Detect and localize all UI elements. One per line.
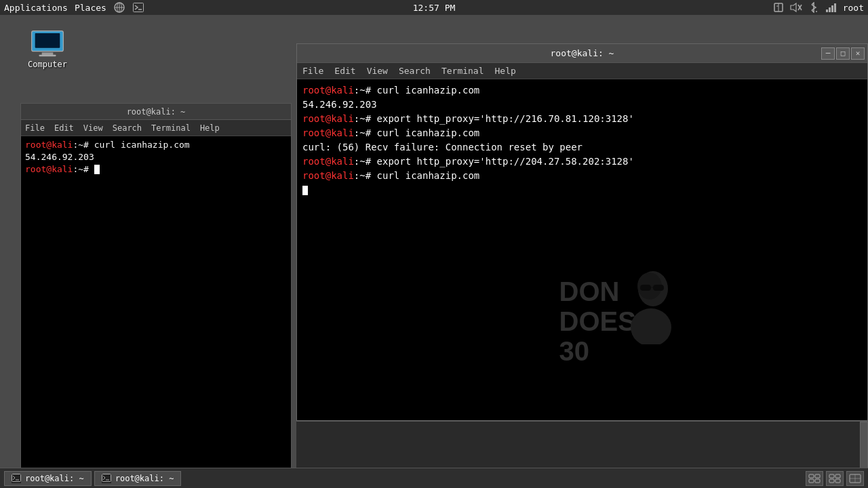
svg-rect-36 bbox=[835, 474, 840, 478]
menu-edit-bg[interactable]: Edit bbox=[54, 123, 74, 133]
svg-rect-23 bbox=[640, 285, 651, 291]
svg-rect-18 bbox=[35, 33, 60, 48]
fg-line-3: root@kali:~# export http_proxy='http://2… bbox=[302, 112, 862, 126]
fg-cursor-line bbox=[302, 183, 862, 197]
desktop: Computer root@kali: ~ File Edit View Sea… bbox=[0, 15, 868, 488]
svg-point-26 bbox=[631, 308, 671, 344]
fg-line-5: curl: (56) Recv failure: Connection rese… bbox=[302, 140, 862, 155]
svg-rect-37 bbox=[829, 479, 834, 483]
top-right-tray: root bbox=[772, 1, 864, 14]
svg-rect-32 bbox=[815, 474, 820, 478]
svg-rect-13 bbox=[826, 9, 828, 12]
window-controls: ─ □ ✕ bbox=[821, 47, 865, 60]
bg-line-3: root@kali:~# bbox=[25, 163, 287, 176]
signal-icon bbox=[825, 1, 837, 14]
fg-line-6: root@kali:~# export http_proxy='http://2… bbox=[302, 155, 862, 169]
menu-view-fg[interactable]: View bbox=[367, 66, 388, 76]
computer-label: Computer bbox=[28, 60, 67, 69]
svg-marker-9 bbox=[791, 3, 796, 12]
watermark-face bbox=[616, 270, 677, 344]
package-icon bbox=[772, 1, 785, 14]
svg-rect-33 bbox=[809, 479, 814, 483]
fg-line-2: 54.246.92.203 bbox=[302, 98, 862, 112]
svg-rect-27 bbox=[12, 474, 21, 481]
minimize-button[interactable]: ─ bbox=[821, 47, 835, 60]
menu-terminal-fg[interactable]: Terminal bbox=[441, 66, 484, 76]
places-menu[interactable]: Places bbox=[75, 3, 106, 13]
svg-rect-24 bbox=[653, 285, 664, 291]
terminal-fg-body[interactable]: root@kali:~# curl icanhazip.com 54.246.9… bbox=[297, 79, 867, 420]
terminal-bg-titlebar: root@kali: ~ bbox=[21, 104, 291, 120]
menu-file-bg[interactable]: File bbox=[25, 123, 45, 133]
top-panel: Applications Places 12:57 PM bbox=[0, 0, 868, 15]
svg-rect-29 bbox=[102, 474, 111, 481]
computer-icon[interactable]: Computer bbox=[20, 30, 75, 69]
menu-view-bg[interactable]: View bbox=[83, 123, 103, 133]
svg-rect-14 bbox=[829, 7, 831, 12]
menu-terminal-bg[interactable]: Terminal bbox=[151, 123, 191, 133]
volume-muted-icon[interactable] bbox=[790, 1, 802, 14]
terminal-fg-titlebar: root@kali: ~ ─ □ ✕ bbox=[297, 44, 867, 63]
bg-cursor bbox=[94, 165, 100, 174]
globe-icon[interactable] bbox=[113, 1, 125, 14]
bg-line-2: 54.246.92.203 bbox=[25, 151, 287, 163]
menu-help-fg[interactable]: Help bbox=[495, 66, 516, 76]
svg-rect-38 bbox=[835, 479, 840, 483]
applications-menu[interactable]: Applications bbox=[4, 3, 68, 13]
svg-rect-31 bbox=[809, 474, 814, 478]
terminal-fg-window[interactable]: root@kali: ~ ─ □ ✕ File Edit View Search… bbox=[296, 43, 868, 421]
terminal-bg-menubar[interactable]: File Edit View Search Terminal Help bbox=[21, 120, 291, 136]
terminal-bg-body[interactable]: root@kali:~# curl icanhazip.com 54.246.9… bbox=[21, 136, 291, 488]
terminal-taskbar-icon-2 bbox=[102, 474, 111, 483]
taskbar-btn-2[interactable]: root@kali: ~ bbox=[94, 471, 182, 486]
bluetooth-icon[interactable] bbox=[808, 1, 820, 14]
terminal-bg-window[interactable]: root@kali: ~ File Edit View Search Termi… bbox=[20, 103, 292, 488]
terminal-bg-title: root@kali: ~ bbox=[127, 107, 186, 117]
svg-rect-15 bbox=[831, 5, 833, 12]
restore-button[interactable]: □ bbox=[836, 47, 850, 60]
computer-svg bbox=[31, 30, 64, 57]
menu-file-fg[interactable]: File bbox=[302, 66, 323, 76]
clock: 12:57 PM bbox=[413, 3, 456, 13]
workspace-btn-3[interactable] bbox=[846, 471, 864, 486]
terminal-taskbar-icon-1 bbox=[12, 474, 21, 483]
watermark: DON DOES 30 bbox=[559, 277, 635, 366]
svg-rect-35 bbox=[829, 474, 834, 478]
menu-help-bg[interactable]: Help bbox=[200, 123, 220, 133]
menu-search-fg[interactable]: Search bbox=[399, 66, 431, 76]
svg-rect-34 bbox=[815, 479, 820, 483]
menu-edit-fg[interactable]: Edit bbox=[334, 66, 355, 76]
bottom-taskbar: root@kali: ~ root@kali: ~ bbox=[0, 468, 868, 488]
taskbar-right bbox=[806, 471, 864, 486]
svg-rect-16 bbox=[834, 3, 836, 12]
terminal-fg-menubar[interactable]: File Edit View Search Terminal Help bbox=[297, 63, 867, 79]
menu-search-bg[interactable]: Search bbox=[113, 123, 142, 133]
fg-line-4: root@kali:~# curl icanhazip.com bbox=[302, 126, 862, 140]
terminal-icon[interactable] bbox=[132, 1, 144, 14]
svg-rect-20 bbox=[39, 55, 56, 57]
fg-line-7: root@kali:~# curl icanhazip.com bbox=[302, 169, 862, 183]
workspace-btn-1[interactable] bbox=[806, 471, 823, 486]
close-button[interactable]: ✕ bbox=[851, 47, 865, 60]
fg-cursor bbox=[302, 186, 308, 195]
top-left-menu: Applications Places bbox=[4, 1, 144, 14]
fg-line-1: root@kali:~# curl icanhazip.com bbox=[302, 83, 862, 98]
bg-line-1: root@kali:~# curl icanhazip.com bbox=[25, 139, 287, 151]
user-label[interactable]: root bbox=[843, 3, 864, 13]
taskbar-btn-1[interactable]: root@kali: ~ bbox=[4, 471, 92, 486]
taskbar-btn-2-label: root@kali: ~ bbox=[115, 474, 174, 483]
terminal-fg-title: root@kali: ~ bbox=[551, 48, 614, 58]
taskbar-btn-1-label: root@kali: ~ bbox=[25, 474, 84, 483]
bg-prompt-1: root@kali bbox=[25, 140, 73, 150]
workspace-btn-2[interactable] bbox=[826, 471, 844, 486]
